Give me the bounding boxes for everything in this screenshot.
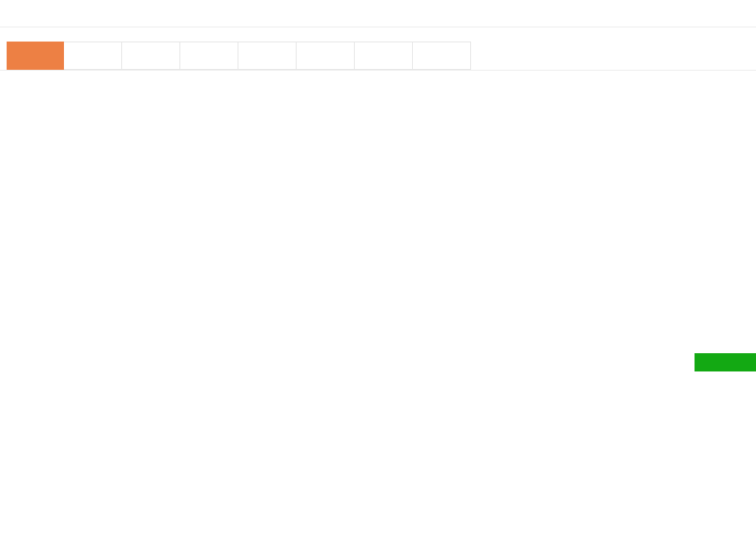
- header-divider: [0, 27, 756, 27]
- timeframe-tabs: [7, 42, 471, 70]
- tab-4hour[interactable]: [413, 42, 470, 69]
- tabbar-bottom-divider: [0, 70, 756, 71]
- tab-5min[interactable]: [180, 42, 238, 69]
- kline-chart-canvas[interactable]: [0, 0, 756, 536]
- kline-page: [0, 0, 756, 536]
- tab-day[interactable]: [7, 42, 64, 70]
- tab-15min[interactable]: [238, 42, 297, 69]
- tab-60min[interactable]: [355, 42, 413, 69]
- tab-30min[interactable]: [297, 42, 355, 69]
- tab-month[interactable]: [122, 42, 180, 69]
- tab-week[interactable]: [64, 42, 122, 69]
- current-price-badge: [695, 353, 756, 371]
